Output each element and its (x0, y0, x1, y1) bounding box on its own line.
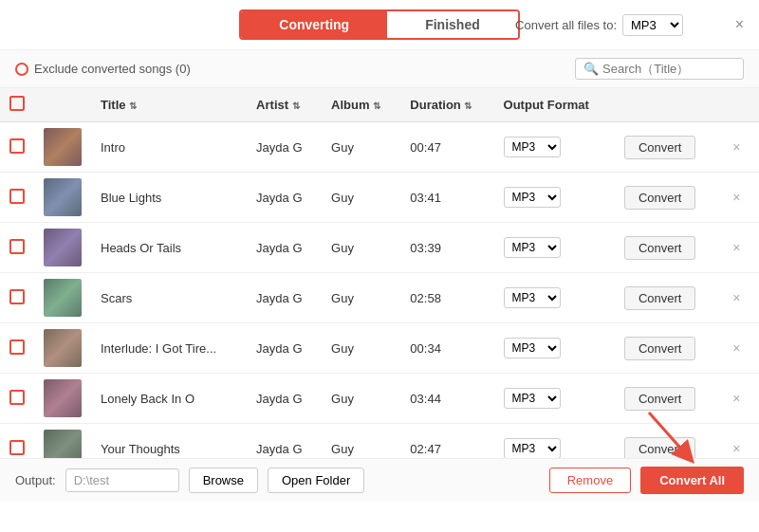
th-album[interactable]: Album ⇅ (322, 88, 400, 122)
col-duration-label: Duration (410, 98, 460, 112)
convert-all-text: Convert all files to: (515, 18, 617, 32)
table-row: Interlude: I Got Tire... Jayda G Guy 00:… (0, 323, 759, 374)
row-format-select[interactable]: MP3AACWAVFLAC (504, 388, 561, 409)
row-delete-icon[interactable]: × (729, 290, 744, 305)
songs-table: Title ⇅ Artist ⇅ Album ⇅ Duration ⇅ (0, 88, 759, 458)
row-convert-button[interactable]: Convert (624, 186, 696, 210)
col-artist-label: Artist (256, 98, 288, 112)
row-convert-button[interactable]: Convert (624, 236, 696, 260)
row-title: Interlude: I Got Tire... (91, 323, 247, 374)
th-title[interactable]: Title ⇅ (91, 88, 247, 122)
row-format-select[interactable]: MP3AACWAVFLAC (504, 338, 561, 358)
row-checkbox[interactable] (9, 440, 25, 455)
row-delete-cell: × (719, 122, 759, 173)
th-actions (615, 88, 719, 122)
th-output-format: Output Format (494, 88, 615, 122)
row-convert-cell: Convert (615, 122, 719, 173)
row-duration: 02:58 (400, 273, 493, 323)
row-format-select[interactable]: MP3AACWAVFLAC (504, 438, 561, 458)
row-checkbox[interactable] (9, 339, 25, 355)
row-format-select[interactable]: MP3AACWAVFLAC (504, 187, 561, 208)
row-checkbox[interactable] (9, 189, 25, 204)
row-convert-cell: Convert (615, 273, 719, 323)
row-album: Guy (322, 173, 400, 223)
tab-group: Converting Finished (239, 9, 519, 40)
row-format-select[interactable]: MP3AACWAVFLAC (504, 287, 561, 308)
exclude-label: Exclude converted songs (0) (15, 62, 191, 76)
row-thumb-cell (34, 223, 91, 273)
row-thumb-cell (34, 173, 91, 223)
row-delete-icon[interactable]: × (729, 190, 744, 205)
row-convert-button[interactable]: Convert (624, 437, 696, 459)
browse-button[interactable]: Browse (189, 468, 258, 493)
row-duration: 03:39 (400, 223, 493, 273)
convert-all-files-label: Convert all files to: MP3 AAC WAV FLAC (515, 14, 683, 36)
row-album: Guy (322, 424, 400, 459)
search-input[interactable] (602, 62, 735, 76)
row-thumb-cell (34, 273, 91, 323)
row-checkbox[interactable] (9, 390, 25, 405)
row-delete-icon[interactable]: × (729, 441, 744, 456)
row-duration: 03:41 (400, 173, 493, 223)
row-duration: 02:47 (400, 424, 493, 459)
row-title: Lonely Back In O (91, 374, 247, 424)
table-row: Heads Or Tails Jayda G Guy 03:39 MP3AACW… (0, 223, 759, 273)
row-checkbox-cell (0, 173, 34, 223)
th-delete (719, 88, 759, 122)
convert-all-button[interactable]: Convert All (640, 467, 744, 494)
duration-sort-icon: ⇅ (464, 101, 472, 111)
row-checkbox[interactable] (9, 289, 25, 304)
toolbar: Exclude converted songs (0) 🔍 (0, 50, 759, 88)
row-title: Intro (91, 122, 247, 173)
close-button[interactable]: × (735, 16, 744, 33)
row-title: Scars (91, 273, 247, 323)
row-delete-icon[interactable]: × (729, 340, 744, 356)
row-format-cell: MP3AACWAVFLAC (494, 323, 615, 374)
output-path-input[interactable] (65, 468, 179, 492)
song-thumbnail (44, 229, 82, 266)
tab-converting[interactable]: Converting (241, 11, 387, 38)
row-format-select[interactable]: MP3AACWAVFLAC (504, 237, 561, 258)
table-container[interactable]: Title ⇅ Artist ⇅ Album ⇅ Duration ⇅ (0, 88, 759, 458)
song-thumbnail (44, 379, 82, 417)
row-delete-icon[interactable]: × (729, 240, 744, 255)
row-checkbox[interactable] (9, 138, 25, 154)
artist-sort-icon: ⇅ (292, 101, 300, 111)
row-album: Guy (322, 273, 400, 323)
output-label: Output: (15, 473, 56, 487)
th-artist[interactable]: Artist ⇅ (247, 88, 322, 122)
row-delete-icon[interactable]: × (729, 139, 744, 155)
row-convert-cell: Convert (615, 223, 719, 273)
row-format-cell: MP3AACWAVFLAC (494, 122, 615, 173)
row-convert-button[interactable]: Convert (624, 337, 696, 360)
row-artist: Jayda G (247, 424, 322, 459)
header: Converting Finished Convert all files to… (0, 0, 759, 50)
tab-finished[interactable]: Finished (387, 11, 518, 38)
song-thumbnail (44, 178, 82, 216)
song-thumbnail (44, 128, 82, 166)
global-format-select[interactable]: MP3 AAC WAV FLAC (622, 14, 683, 36)
row-delete-cell: × (719, 374, 759, 424)
row-format-cell: MP3AACWAVFLAC (494, 173, 615, 223)
row-convert-cell: Convert (615, 424, 719, 459)
row-format-cell: MP3AACWAVFLAC (494, 223, 615, 273)
row-artist: Jayda G (247, 122, 322, 173)
song-thumbnail (44, 430, 82, 458)
remove-button[interactable]: Remove (549, 468, 631, 493)
row-thumb-cell (34, 424, 91, 459)
row-thumb-cell (34, 374, 91, 424)
row-title: Blue Lights (91, 173, 247, 223)
header-checkbox-cell (0, 88, 34, 122)
table-row: Blue Lights Jayda G Guy 03:41 MP3AACWAVF… (0, 173, 759, 223)
row-format-select[interactable]: MP3AACWAVFLAC (504, 137, 561, 157)
row-format-cell: MP3AACWAVFLAC (494, 273, 615, 323)
th-duration[interactable]: Duration ⇅ (400, 88, 493, 122)
row-convert-button[interactable]: Convert (624, 136, 696, 159)
open-folder-button[interactable]: Open Folder (268, 468, 364, 493)
row-checkbox[interactable] (9, 239, 25, 254)
row-delete-icon[interactable]: × (729, 391, 744, 406)
row-convert-button[interactable]: Convert (624, 387, 696, 411)
row-convert-button[interactable]: Convert (624, 286, 696, 310)
select-all-checkbox[interactable] (9, 96, 25, 111)
row-title: Your Thoughts (91, 424, 247, 459)
